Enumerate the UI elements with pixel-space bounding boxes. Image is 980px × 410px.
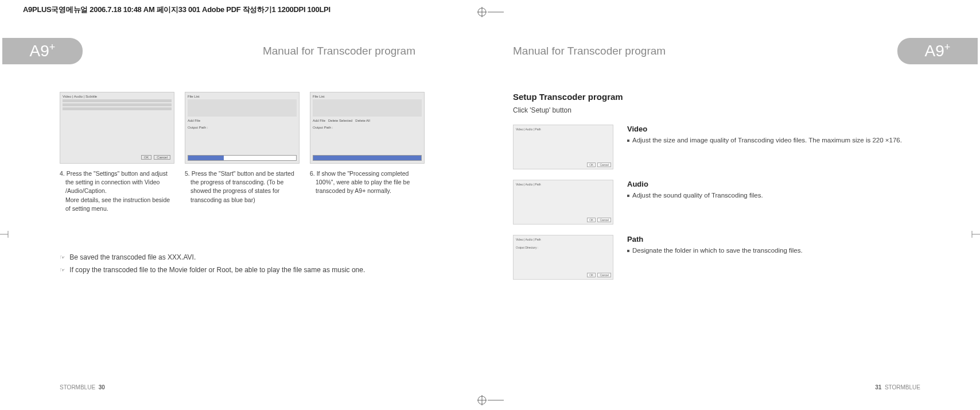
setup-thumb-path: Video | Audio | Path Output Directory : … — [513, 235, 613, 280]
footer-right: 31 STORMBLUE — [875, 384, 920, 390]
registration-mark-top — [476, 6, 505, 18]
note-1: ☞ Be saved the transcoded file as XXX.AV… — [60, 253, 456, 261]
note-marker-icon: ☞ — [60, 254, 65, 261]
screenshot-thumb-settings: Video | Audio | Subtitle OK Cancel — [60, 92, 174, 164]
notes-block: ☞ Be saved the transcoded file as XXX.AV… — [60, 253, 456, 274]
setup-subtext: Click 'Setup' button — [513, 106, 920, 114]
caption-5: 5. Press the "Start" button and be start… — [185, 169, 300, 213]
caption-row: 4. Press the "Settings" button and adjus… — [60, 169, 456, 213]
setup-block-path: Video | Audio | Path Output Directory : … — [513, 235, 920, 280]
screenshot-thumb-row: Video | Audio | Subtitle OK Cancel File … — [60, 92, 456, 164]
page-left: A9+ Manual for Transcoder program Video … — [2, 34, 490, 393]
section-body-audio: Adjust the sound quality of Transcoding … — [627, 191, 920, 200]
screenshot-thumb-progress: File List Add File Output Path : — [185, 92, 300, 164]
model-badge-left: A9+ — [2, 38, 83, 64]
print-meta-header: A9PLUS국영메뉴얼 2006.7.18 10:48 AM 페이지33 001… — [23, 5, 330, 15]
setup-thumb-audio: Video | Audio | Path OKCancel — [513, 180, 613, 225]
setup-block-audio: Video | Audio | Path OKCancel Audio Adju… — [513, 180, 920, 225]
section-body-video: Adjust the size and image quality of Tra… — [627, 136, 920, 145]
section-title-audio: Audio — [627, 180, 920, 188]
chapter-title-left: Manual for Transcoder program — [263, 45, 415, 57]
footer-left: STORMBLUE 30 — [60, 384, 105, 390]
page-right: A9+ Manual for Transcoder program Setup … — [490, 34, 978, 393]
note-marker-icon: ☞ — [60, 266, 65, 273]
note-2: ☞ If copy the transcoded file to the Mov… — [60, 266, 456, 274]
model-text: A9+ — [30, 42, 56, 60]
caption-4: 4. Press the "Settings" button and adjus… — [60, 169, 174, 213]
screenshot-thumb-completed: File List Add File Delete Selected Delet… — [310, 92, 425, 164]
chapter-title-right: Manual for Transcoder program — [513, 45, 666, 57]
setup-thumb-video: Video | Audio | Path OKCancel — [513, 125, 613, 169]
setup-block-video: Video | Audio | Path OKCancel Video Adju… — [513, 125, 920, 169]
model-text: A9+ — [925, 42, 951, 60]
registration-mark-bottom — [476, 394, 505, 407]
model-badge-right: A9+ — [897, 38, 978, 64]
section-title-path: Path — [627, 235, 920, 243]
caption-6: 6. If show the "Processing completed 100… — [310, 169, 425, 213]
section-body-path: Designate the folder in which to save th… — [627, 246, 920, 256]
section-title-video: Video — [627, 125, 920, 133]
setup-heading: Setup Transcoder program — [513, 92, 920, 102]
